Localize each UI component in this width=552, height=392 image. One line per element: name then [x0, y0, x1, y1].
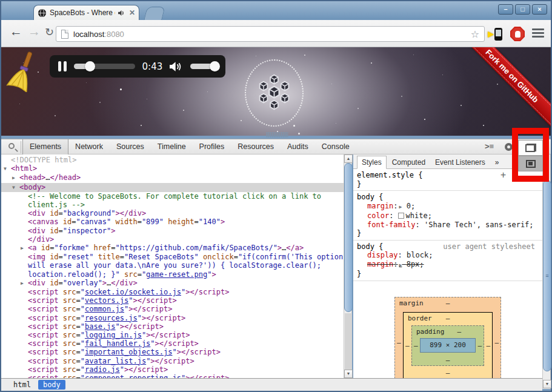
extension-phone-icon[interactable]: [494, 28, 502, 41]
styles-tab-styles[interactable]: Styles: [357, 156, 387, 169]
tree-line[interactable]: <script src="component_reporting.js"></s…: [1, 374, 344, 378]
margin-label: margin: [399, 299, 424, 307]
box-model-margin[interactable]: margin – – – – border – – – – padding – …: [394, 297, 501, 379]
box-model-content[interactable]: 899 × 200: [420, 338, 476, 353]
rule-selector[interactable]: body {: [357, 242, 383, 251]
new-tab-button[interactable]: [144, 7, 165, 20]
styles-scroll-down-button[interactable]: ▼: [543, 380, 551, 388]
tree-line[interactable]: <div id="inspector">: [1, 227, 344, 235]
css-property[interactable]: margin:▶ 8px;: [357, 260, 539, 270]
scroll-up-button[interactable]: ▲: [344, 154, 353, 163]
splitter-grip[interactable]: [266, 132, 288, 138]
breadcrumb-html[interactable]: html: [8, 380, 36, 390]
reset-broom-icon[interactable]: [5, 51, 41, 92]
tree-line[interactable]: ▶<a id="forkme" href="https://github.com…: [1, 244, 344, 253]
tree-line[interactable]: ▶<div id="overlay">…</div>: [1, 279, 344, 288]
css-property[interactable]: margin:▶ 0;: [357, 202, 539, 212]
tree-line[interactable]: <script src="logging_in.js"></script>: [1, 331, 344, 339]
styles-tab-event-listeners[interactable]: Event Listeners: [431, 156, 490, 168]
tree-line[interactable]: <script src="important_objects.js"></scr…: [1, 348, 344, 356]
rule-selector[interactable]: element.style {: [357, 171, 422, 179]
devtools-tab-timeline[interactable]: Timeline: [151, 139, 193, 154]
expand-value-icon[interactable]: ▶: [399, 262, 402, 268]
maximize-button[interactable]: □: [515, 4, 530, 15]
bookmark-star-icon[interactable]: ☆: [471, 28, 479, 40]
console-drawer-icon[interactable]: >≡: [485, 142, 494, 151]
devtools-tab-elements[interactable]: Elements: [22, 139, 68, 154]
minimize-button[interactable]: –: [498, 4, 513, 15]
devtools-tab-console[interactable]: Console: [315, 139, 356, 154]
tree-line[interactable]: <script src="base.js"></script>: [1, 322, 344, 331]
tree-line[interactable]: ▼<body>: [1, 183, 344, 192]
devtools-tab-resources[interactable]: Resources: [231, 139, 281, 154]
tree-line[interactable]: will erase all your data.\nAre you sure?…: [1, 261, 344, 270]
browser-tab[interactable]: SpaceBots - Where on ✕: [33, 5, 139, 20]
styles-scrollbar[interactable]: ≡ ▼: [542, 154, 551, 389]
seek-slider[interactable]: [74, 64, 135, 69]
volume-thumb[interactable]: [210, 61, 220, 71]
breadcrumb-body[interactable]: body: [38, 380, 65, 390]
tree-line[interactable]: <script src="socket.io/socket.io.js"></s…: [1, 288, 344, 296]
close-button[interactable]: ×: [532, 4, 547, 15]
css-property[interactable]: display: block;: [357, 251, 539, 260]
disclosure-open-icon[interactable]: ▼: [4, 165, 11, 173]
css-property[interactable]: font-family: 'Share Tech', sans-serif;: [357, 221, 539, 230]
back-button[interactable]: ←: [10, 24, 22, 39]
styles-tab-computed[interactable]: Computed: [388, 156, 430, 168]
css-property[interactable]: color: white;: [357, 211, 539, 221]
tree-line[interactable]: </div>: [1, 235, 344, 244]
browser-toolbar: ← → ↻ localhost:8080 ☆: [1, 20, 551, 47]
box-model-padding[interactable]: padding – – – – 899 × 200: [411, 325, 484, 366]
elements-scroll-thumb[interactable]: [344, 163, 353, 312]
styles-tab--[interactable]: »: [491, 156, 504, 168]
devtools-tab-profiles[interactable]: Profiles: [193, 139, 231, 154]
seek-thumb[interactable]: [85, 61, 95, 71]
styles-scroll-thumb[interactable]: ≡: [543, 180, 551, 371]
devtools-tab-sources[interactable]: Sources: [110, 139, 151, 154]
elements-scrollbar[interactable]: ▲ ▼: [344, 154, 352, 378]
box-model-border[interactable]: border – – – – padding – – – – 899 × 200: [403, 312, 493, 379]
tree-line[interactable]: client.js -->: [1, 201, 344, 209]
address-bar[interactable]: localhost:8080 ☆: [56, 26, 485, 42]
devtools-tab-audits[interactable]: Audits: [281, 139, 315, 154]
scroll-down-button[interactable]: ▼: [344, 370, 353, 378]
pause-button[interactable]: [58, 61, 67, 71]
forward-button[interactable]: →: [28, 24, 41, 39]
tree-line[interactable]: <script src="fail_handler.js"></script>: [1, 339, 344, 348]
tree-line[interactable]: <script src="radio.js"></script>: [1, 365, 344, 374]
disclosure-closed-icon[interactable]: ▶: [21, 244, 28, 253]
tree-line[interactable]: <script src="vectors.js"></script>: [1, 296, 344, 305]
star: [304, 55, 305, 56]
extension-phone-arrow-icon: [488, 32, 494, 38]
expand-value-icon[interactable]: ▶: [399, 204, 402, 210]
tree-line[interactable]: <canvas id="canvas" width="899" height="…: [1, 218, 344, 226]
volume-slider[interactable]: [190, 64, 217, 69]
tree-line[interactable]: <script src="avatar_list.js"></script>: [1, 357, 344, 365]
disclosure-closed-icon[interactable]: ▶: [12, 174, 19, 182]
rule-selector[interactable]: body {: [357, 193, 383, 201]
tree-line[interactable]: <!-- Welcome to SpaceBots. For complete …: [1, 192, 344, 201]
new-style-rule-button[interactable]: +: [500, 171, 506, 180]
tree-line[interactable]: ▶<head>…</head>: [1, 173, 344, 182]
inspect-search-icon[interactable]: [8, 143, 15, 149]
disclosure-open-icon[interactable]: ▼: [12, 184, 19, 192]
star: [298, 133, 300, 135]
tree-line[interactable]: ▼<html>: [1, 164, 344, 173]
color-swatch[interactable]: [398, 213, 404, 219]
speaker-icon[interactable]: [170, 61, 182, 72]
audio-player: 0:43: [50, 55, 225, 78]
devtools-tab-network[interactable]: Network: [68, 139, 110, 154]
tree-line[interactable]: <img id="reset" title="Reset SpaceBots" …: [1, 253, 344, 261]
tree-line[interactable]: <script src="resources.js"></script>: [1, 314, 344, 322]
tree-line[interactable]: <div id="background"></div>: [1, 209, 344, 218]
page-viewport[interactable]: 0:43 Fork me on GitHub: [1, 47, 551, 136]
disclosure-closed-icon[interactable]: ▶: [21, 279, 28, 288]
tab-close-icon[interactable]: ✕: [129, 8, 135, 17]
box-model-diagram[interactable]: margin – – – – border – – – – padding – …: [394, 297, 501, 379]
tree-line[interactable]: location.reload(); }" src="game-reset.pn…: [1, 270, 344, 279]
chrome-menu-icon[interactable]: [532, 28, 544, 39]
reload-button[interactable]: ↻: [45, 25, 54, 39]
adblock-extension-icon[interactable]: [510, 27, 525, 41]
tree-line[interactable]: <script src="common.js"></script>: [1, 305, 344, 313]
tree-line[interactable]: <!DOCTYPE html>: [1, 156, 344, 164]
